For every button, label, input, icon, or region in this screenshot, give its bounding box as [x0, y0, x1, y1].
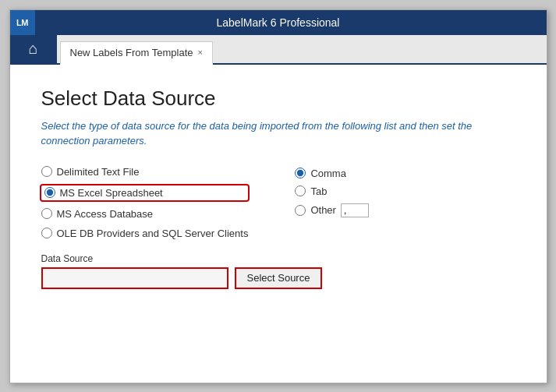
- options-row: Delimited Text File MS Excel Spreadsheet…: [41, 166, 515, 239]
- radio-comma-input[interactable]: [295, 168, 306, 178]
- page-title: Select Data Source: [41, 87, 515, 111]
- radio-oledb-input[interactable]: [41, 228, 52, 238]
- description-text: Select the type of data source for the d…: [41, 118, 494, 149]
- radio-msaccess: MS Access Database: [41, 208, 249, 220]
- radio-oledb: OLE DB Providers and SQL Server Clients: [41, 228, 249, 239]
- home-button[interactable]: ⌂: [10, 35, 57, 63]
- radio-tab: Tab: [295, 185, 369, 197]
- radio-tab-input[interactable]: [295, 185, 306, 196]
- app-title: LabelMark 6 Professional: [217, 16, 340, 29]
- other-delimiter-input[interactable]: [341, 203, 369, 217]
- radio-msexcel: MS Excel Spreadsheet: [41, 185, 249, 200]
- data-source-label: Data Source: [41, 253, 515, 264]
- radio-delimited-input[interactable]: [41, 166, 52, 177]
- radio-msaccess-label: MS Access Database: [57, 208, 154, 220]
- radio-tab-label: Tab: [310, 185, 327, 197]
- radio-other-input[interactable]: [295, 205, 306, 216]
- home-icon: ⌂: [28, 40, 37, 58]
- tab-close-button[interactable]: ×: [198, 48, 203, 57]
- radio-msexcel-input[interactable]: [44, 187, 55, 198]
- radio-msexcel-label: MS Excel Spreadsheet: [60, 187, 163, 199]
- radio-other: Other: [295, 203, 369, 217]
- data-source-row: Select Source: [41, 267, 515, 289]
- left-radio-group: Delimited Text File MS Excel Spreadsheet…: [41, 166, 249, 239]
- tab-label: New Labels From Template: [70, 47, 193, 58]
- radio-delimited-label: Delimited Text File: [57, 166, 140, 178]
- radio-oledb-label: OLE DB Providers and SQL Server Clients: [57, 228, 249, 239]
- tab-bar: ⌂ New Labels From Template ×: [10, 35, 547, 65]
- data-source-input[interactable]: [41, 267, 228, 289]
- radio-comma: Comma: [295, 168, 369, 179]
- radio-delimited: Delimited Text File: [41, 166, 249, 178]
- select-source-button[interactable]: Select Source: [235, 267, 323, 289]
- right-radio-group: Comma Tab Other: [295, 166, 369, 239]
- radio-comma-label: Comma: [310, 168, 346, 179]
- radio-msaccess-input[interactable]: [41, 208, 52, 219]
- data-source-section: Data Source Select Source: [41, 253, 515, 289]
- title-bar: LM LabelMark 6 Professional: [10, 10, 547, 35]
- main-content: Select Data Source Select the type of da…: [10, 65, 547, 383]
- tab-new-labels[interactable]: New Labels From Template ×: [60, 41, 213, 65]
- radio-other-label: Other: [310, 204, 336, 216]
- app-logo: LM: [10, 10, 35, 35]
- app-window: LM LabelMark 6 Professional ⌂ New Labels…: [9, 9, 547, 383]
